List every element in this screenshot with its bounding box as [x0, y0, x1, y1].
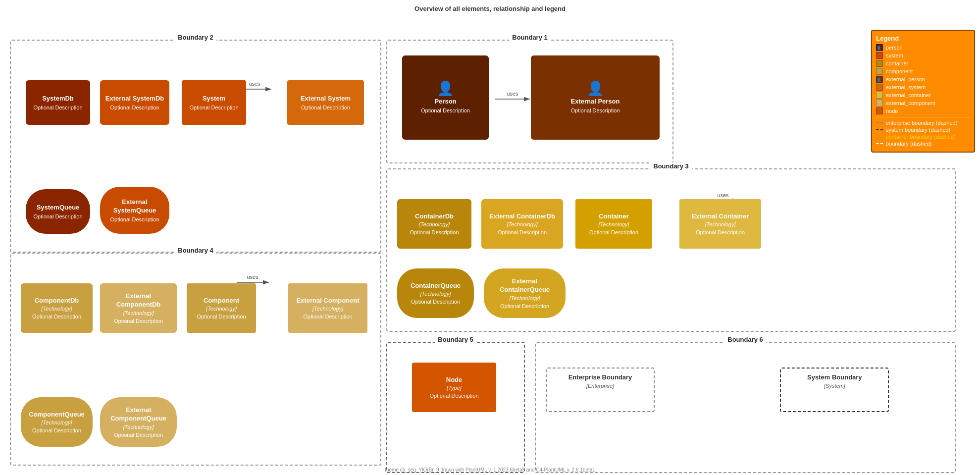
legend-item-container: container: [876, 60, 970, 67]
external-system-queue-title: External SystemQueue: [105, 198, 164, 215]
external-container-db-tech: [Technology]: [507, 221, 538, 227]
node-tech: [Type]: [447, 385, 462, 391]
system-boundary-box: System Boundary [System]: [780, 368, 889, 412]
system-box: System Optional Description: [182, 80, 246, 125]
boundary-6-label: Boundary 6: [724, 336, 766, 343]
container-db-box: ContainerDb [Technology] Optional Descri…: [397, 199, 471, 249]
systemdb-desc: Optional Description: [33, 105, 82, 110]
external-person-box: 👤 External Person Optional Description: [531, 55, 660, 140]
person-icon: 👤: [437, 82, 454, 96]
external-system-desc: Optional Description: [301, 105, 350, 110]
person-box: 👤 Person Optional Description: [402, 55, 489, 140]
external-container-queue-desc: Optional Description: [500, 303, 549, 309]
container-db-tech: [Technology]: [419, 221, 450, 227]
legend-boundary: boundary (dashed): [876, 141, 970, 147]
diagram-area: uses uses uses uses Boundary 2 SystemDb …: [0, 15, 980, 475]
boundary-1-label: Boundary 1: [509, 34, 551, 41]
component-desc: Optional Description: [197, 314, 246, 319]
boundary-2-label: Boundary 2: [175, 34, 216, 41]
boundary-3-label: Boundary 3: [650, 162, 692, 170]
system-queue-desc: Optional Description: [33, 213, 82, 219]
systemdb-title: SystemDb: [42, 95, 74, 103]
external-system-title: External System: [301, 95, 351, 103]
external-component-db-tech: [Technology]: [123, 310, 154, 316]
external-container-queue-title: External ContainerQueue: [489, 277, 561, 294]
legend-item-external-container: external_container: [876, 92, 970, 99]
external-system-box: External System Optional Description: [287, 80, 364, 125]
container-title: Container: [599, 212, 629, 221]
system-title: System: [203, 95, 225, 103]
external-component-queue-title: External ComponentQueue: [105, 406, 172, 423]
legend-item-person: 👤 person: [876, 44, 970, 51]
node-title: Node: [446, 376, 463, 384]
container-queue-box: ContainerQueue [Technology] Optional Des…: [397, 268, 474, 318]
component-db-desc: Optional Description: [32, 314, 81, 319]
legend-item-external-person: 👤 external_person: [876, 76, 970, 83]
external-systemdb-title: External SystemDb: [105, 95, 164, 103]
external-container-title: External Container: [692, 212, 749, 221]
legend-item-external-system: external_system: [876, 84, 970, 91]
system-queue-box: SystemQueue Optional Description: [26, 189, 90, 234]
component-db-title: ComponentDb: [35, 297, 79, 305]
person-desc: Optional Description: [421, 107, 470, 113]
footer: theme cb_seq_YlOrBr_9 drawn with PlantUM…: [0, 467, 980, 473]
component-queue-title: ComponentQueue: [29, 411, 85, 419]
external-container-tech: [Technology]: [705, 221, 736, 227]
legend-box: Legend 👤 person system container compone…: [871, 30, 975, 153]
component-tech: [Technology]: [206, 306, 237, 312]
legend-system-boundary: system boundary (dashed): [876, 127, 970, 133]
external-container-db-desc: Optional Description: [498, 229, 547, 235]
external-person-icon: 👤: [587, 82, 604, 96]
external-container-db-box: External ContainerDb [Technology] Option…: [481, 199, 563, 249]
enterprise-boundary-box: Enterprise Boundary [Enterprise]: [546, 368, 655, 412]
component-queue-box: ComponentQueue [Technology] Optional Des…: [21, 397, 93, 447]
container-queue-title: ContainerQueue: [411, 282, 461, 290]
external-container-desc: Optional Description: [696, 229, 745, 235]
external-component-queue-box: External ComponentQueue [Technology] Opt…: [100, 397, 177, 447]
system-boundary-tech: [System]: [786, 383, 883, 389]
external-person-desc: Optional Description: [570, 107, 619, 113]
external-component-db-box: External ComponentDb [Technology] Option…: [100, 283, 177, 333]
container-queue-desc: Optional Description: [411, 299, 460, 305]
legend-item-component: component: [876, 68, 970, 75]
container-queue-tech: [Technology]: [420, 291, 451, 297]
container-desc: Optional Description: [589, 229, 638, 235]
legend-title: Legend: [876, 35, 970, 42]
component-db-box: ComponentDb [Technology] Optional Descri…: [21, 283, 93, 333]
external-container-queue-box: External ContainerQueue [Technology] Opt…: [484, 268, 566, 318]
external-systemdb-box: External SystemDb Optional Description: [100, 80, 169, 125]
system-desc: Optional Description: [189, 105, 238, 110]
external-system-queue-box: External SystemQueue Optional Descriptio…: [100, 187, 169, 234]
external-system-queue-desc: Optional Description: [110, 216, 159, 222]
boundary-5: Boundary 5 Node [Type] Optional Descript…: [386, 342, 525, 473]
boundary-5-label: Boundary 5: [435, 336, 476, 343]
boundary-6: Boundary 6 Enterprise Boundary [Enterpri…: [535, 342, 956, 473]
person-title: Person: [434, 98, 456, 106]
system-boundary-title: System Boundary: [786, 373, 883, 382]
enterprise-boundary-title: Enterprise Boundary: [552, 373, 649, 382]
container-tech: [Technology]: [599, 221, 629, 227]
component-title: Component: [204, 297, 239, 305]
external-component-queue-tech: [Technology]: [123, 424, 154, 430]
external-component-tech: [Technology]: [312, 306, 343, 312]
external-component-title: External Component: [296, 297, 359, 305]
external-component-db-desc: Optional Description: [114, 318, 163, 324]
container-db-title: ContainerDb: [415, 212, 454, 221]
legend-enterprise-boundary: enterprise boundary (dashed): [876, 120, 970, 126]
node-desc: Optional Description: [429, 393, 478, 399]
external-component-desc: Optional Description: [303, 314, 352, 319]
boundary-1: Boundary 1 👤 Person Optional Description…: [386, 40, 673, 163]
external-component-box: External Component [Technology] Optional…: [288, 283, 367, 333]
legend-item-external-component: external_component: [876, 100, 970, 106]
external-component-db-title: External ComponentDb: [105, 292, 172, 309]
component-box: Component [Technology] Optional Descript…: [187, 283, 256, 333]
external-component-queue-desc: Optional Description: [114, 432, 163, 438]
external-systemdb-desc: Optional Description: [110, 105, 159, 110]
component-queue-tech: [Technology]: [42, 420, 72, 425]
boundary-3: Boundary 3 ContainerDb [Technology] Opti…: [386, 168, 956, 332]
external-person-title: External Person: [571, 98, 620, 106]
legend-item-system: system: [876, 52, 970, 59]
boundary-2: Boundary 2 SystemDb Optional Description…: [10, 40, 381, 253]
legend-container-boundary: container boundary (dashed): [876, 134, 970, 140]
boundary-4-label: Boundary 4: [175, 247, 216, 254]
